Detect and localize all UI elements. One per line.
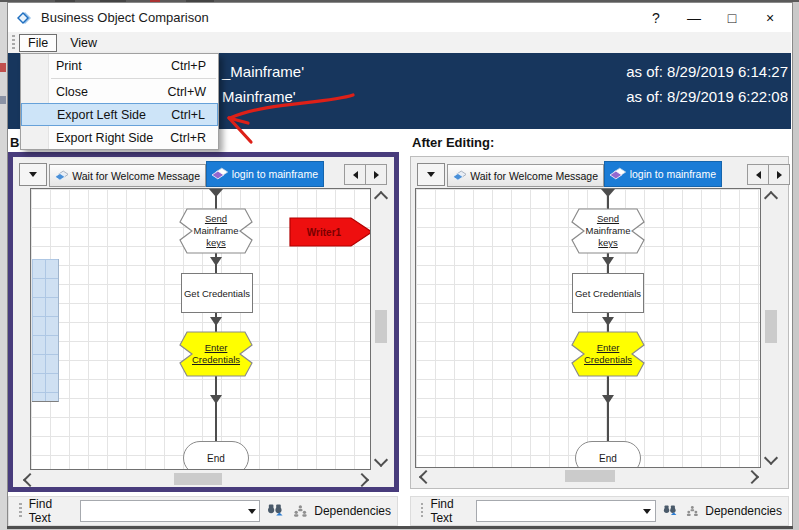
stage-label: End — [599, 453, 617, 464]
stage-label: Send Mainframe keys — [179, 208, 253, 254]
menu-file[interactable]: File — [19, 34, 57, 52]
chevron-left-icon — [353, 171, 358, 179]
stage-get-credentials[interactable]: Get Credentials — [572, 273, 644, 313]
arrowhead-icon — [602, 317, 614, 326]
note-writer1[interactable]: Writer1 — [289, 217, 371, 247]
minimize-button[interactable]: — — [675, 4, 713, 32]
stage-enter-credentials[interactable]: Enter Credentials — [571, 331, 645, 377]
maximize-button[interactable]: □ — [713, 4, 751, 32]
scroll-down-icon[interactable] — [764, 451, 778, 465]
background-remnant — [0, 2, 7, 530]
scroll-up-icon[interactable] — [764, 191, 778, 205]
help-button[interactable]: ? — [637, 4, 675, 32]
after-panel: Wait for Welcome Message login to mainfr… — [410, 156, 789, 489]
stage-label: Enter Credentials — [179, 331, 253, 377]
tab-label: Wait for Welcome Message — [470, 170, 598, 182]
scroll-right-icon[interactable] — [355, 473, 369, 487]
menu-item-export-left-side[interactable]: Export Left Side Ctrl+L — [21, 103, 218, 126]
stage-enter-credentials[interactable]: Enter Credentials — [179, 331, 253, 377]
tab-label: Wait for Welcome Message — [72, 170, 200, 182]
menu-separator — [51, 78, 216, 79]
chevron-down-icon — [427, 172, 435, 177]
tab-scroll-left-button[interactable] — [344, 164, 366, 185]
tab-scroll-left-button[interactable] — [747, 164, 769, 185]
find-text-label: Find Text — [430, 497, 468, 525]
scrollbar-thumb[interactable] — [375, 310, 387, 343]
titlebar: Business Object Comparison ? — □ × — [8, 3, 791, 32]
stage-send-mainframe-keys[interactable]: Send Mainframe keys — [571, 208, 645, 254]
horizontal-scrollbar[interactable] — [19, 471, 371, 487]
dependencies-button[interactable]: Dependencies — [314, 504, 391, 518]
menu-item-shortcut: Ctrl+W — [167, 85, 206, 99]
scrollbar-thumb[interactable] — [765, 310, 777, 343]
scroll-left-icon[interactable] — [419, 470, 433, 484]
scroll-up-icon[interactable] — [374, 191, 388, 205]
chevron-down-icon — [29, 172, 37, 177]
stage-label: Get Credentials — [184, 288, 250, 299]
find-text-label: Find Text — [29, 497, 73, 525]
after-editing-label: After Editing: — [412, 135, 494, 150]
combo-dropdown-button[interactable] — [244, 501, 259, 521]
close-button[interactable]: × — [751, 4, 789, 32]
object-name-before: _Mainframe' — [222, 63, 304, 80]
scrollbar-thumb[interactable] — [565, 470, 615, 482]
stage-label: Enter Credentials — [571, 331, 645, 377]
arrowhead-icon — [602, 395, 614, 404]
toolbar-grip — [19, 503, 22, 519]
writer-label: Writer1 — [289, 217, 359, 247]
vertical-scrollbar[interactable] — [762, 188, 780, 468]
stage-end[interactable]: End — [575, 441, 641, 468]
tab-login-to-mainframe[interactable]: login to mainframe — [206, 161, 324, 187]
as-of-after: as of: 8/29/2019 6:22:08 — [626, 88, 788, 105]
tab-wait-for-welcome-message[interactable]: Wait for Welcome Message — [447, 164, 604, 187]
as-of-before: as of: 8/29/2019 6:14:27 — [626, 63, 788, 80]
find-next-icon[interactable] — [663, 503, 679, 519]
menu-item-label: Export Left Side — [57, 108, 146, 122]
tab-login-to-mainframe[interactable]: login to mainframe — [604, 161, 722, 187]
dependencies-icon[interactable] — [686, 504, 699, 518]
tab-scroll-right-button[interactable] — [768, 164, 790, 185]
stage-get-credentials[interactable]: Get Credentials — [181, 273, 253, 313]
tab-list-dropdown-button[interactable] — [417, 163, 445, 186]
chevron-right-icon — [777, 171, 782, 179]
chevron-down-icon — [643, 509, 651, 514]
process-icon — [212, 167, 228, 181]
flow-canvas-before[interactable]: Send Mainframe keys Writer1 Get Credenti… — [30, 188, 371, 470]
findbar-before: Find Text Dependencies — [8, 496, 398, 526]
find-text-input[interactable] — [81, 503, 244, 519]
menu-item-label: Close — [56, 85, 88, 99]
menu-item-close[interactable]: Close Ctrl+W — [21, 80, 218, 103]
dependencies-button[interactable]: Dependencies — [705, 504, 782, 518]
stage-label: Get Credentials — [575, 288, 641, 299]
flow-canvas-after[interactable]: Send Mainframe keys Get Credentials Ente… — [415, 188, 761, 468]
dependencies-icon[interactable] — [293, 504, 308, 518]
find-text-combo — [80, 500, 260, 522]
arrowhead-icon — [210, 257, 222, 266]
menubar-grip — [12, 35, 15, 51]
menu-view[interactable]: View — [61, 34, 106, 52]
combo-dropdown-button[interactable] — [640, 501, 655, 521]
tab-scroll-right-button[interactable] — [365, 164, 387, 185]
tab-wait-for-welcome-message[interactable]: Wait for Welcome Message — [49, 164, 206, 187]
menu-item-print[interactable]: Print Ctrl+P — [21, 54, 218, 77]
scroll-down-icon[interactable] — [374, 453, 388, 467]
menu-item-export-right-side[interactable]: Export Right Side Ctrl+R — [21, 126, 218, 149]
find-text-input[interactable] — [477, 503, 640, 519]
chevron-left-icon — [756, 171, 761, 179]
scroll-right-icon[interactable] — [745, 470, 759, 484]
background-remnant — [0, 63, 6, 72]
scrollbar-thumb[interactable] — [174, 473, 222, 485]
tab-label: login to mainframe — [232, 168, 318, 180]
horizontal-scrollbar[interactable] — [415, 468, 761, 484]
stage-label: Send Mainframe keys — [571, 208, 645, 254]
find-next-icon[interactable] — [267, 503, 285, 519]
vertical-scrollbar[interactable] — [372, 188, 390, 470]
file-menu: Print Ctrl+P Close Ctrl+W Export Left Si… — [20, 53, 219, 150]
tab-list-dropdown-button[interactable] — [19, 163, 47, 186]
selection-highlight — [32, 259, 59, 402]
stage-send-mainframe-keys[interactable]: Send Mainframe keys — [179, 208, 253, 254]
chevron-right-icon — [374, 171, 379, 179]
stage-end[interactable]: End — [183, 441, 249, 470]
scroll-left-icon[interactable] — [23, 473, 37, 487]
menu-item-label: Print — [56, 59, 82, 73]
